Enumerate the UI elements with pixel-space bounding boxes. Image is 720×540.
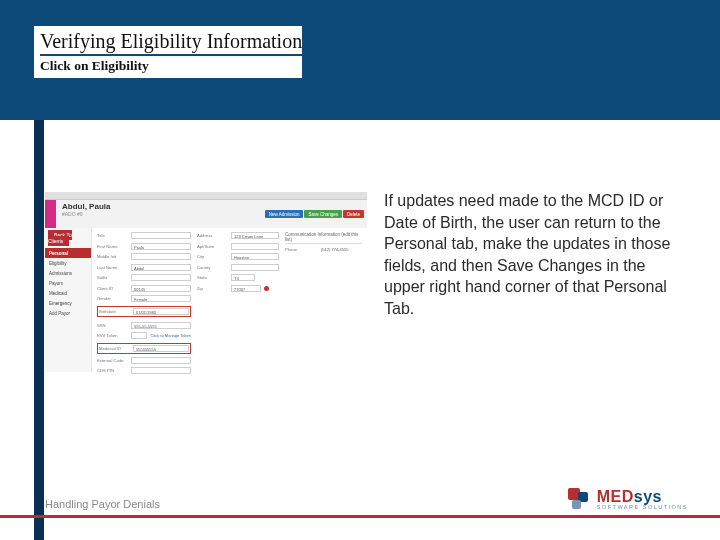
logo: MEDsys SOFTWARE SOLUTIONS [568,488,688,512]
birthdate-highlight-box: Birthdate01/01/1980 [97,306,191,317]
tab-payors[interactable]: Payors [45,278,91,288]
label-external: External Code [97,358,131,363]
footer-text: Handling Payor Denials [45,498,160,510]
label-client-id: Client ID [97,286,131,291]
form-col-1: Title First NamePaula Middle Init Last N… [97,232,191,378]
patient-subid: #ADO #0 [62,211,259,217]
field-external[interactable] [131,357,191,364]
embedded-app-screenshot: Abdul, Paula #ADO #0 New Admission Save … [45,192,367,372]
logo-mark-icon [568,488,592,512]
label-gender: Gender [97,296,131,301]
tab-add-payor[interactable]: Add Payor [45,308,91,318]
gender-color-strip [45,200,56,228]
slide-title: Verifying Eligibility Information [40,30,302,56]
map-pin-icon[interactable] [264,286,269,291]
field-medicaid[interactable]: 555555555 [133,345,189,352]
logo-main-a: MED [597,488,634,505]
medicaid-highlight-box: Medicaid ID555555555 [97,343,191,354]
field-zip[interactable]: 77007 [231,285,261,292]
label-phone: Phone [285,247,319,252]
save-changes-button[interactable]: Save Changes [304,210,342,218]
patient-name-block: Abdul, Paula #ADO #0 [56,200,265,228]
label-middle: Middle Init [97,254,131,259]
tab-eligibility[interactable]: Eligibility [45,258,91,268]
label-county: County [197,265,231,270]
back-to-clients-button[interactable]: Back To Clients [48,230,72,246]
label-state: State [197,275,231,280]
form-col-2: Address123 Crispy Lane Apt/Suite CityHou… [197,232,279,378]
label-ssn: SSN [97,323,131,328]
label-evv: EVV Token [97,333,131,338]
field-evv[interactable] [131,332,147,339]
field-first-name[interactable]: Paula [131,243,191,250]
field-phone: (512) 774-4555 [319,246,362,253]
field-cds[interactable] [131,367,191,374]
field-city[interactable]: Houston [231,253,279,260]
label-first-name: First Name [97,244,131,249]
label-medicaid: Medicaid ID [99,346,133,351]
patient-name: Abdul, Paula [62,202,259,211]
field-client-id[interactable]: 00145 [131,285,191,292]
new-admission-button[interactable]: New Admission [265,210,304,218]
label-zip: Zip [197,286,231,291]
tab-medicaid[interactable]: Medicaid [45,288,91,298]
left-column: Back To Clients Personal Eligibility Adm… [45,228,91,372]
app-body: Back To Clients Personal Eligibility Adm… [45,228,367,372]
communication-section-header: Communication Information (edit this lis… [285,232,362,244]
field-county[interactable] [231,264,279,271]
logo-main-b: sys [634,488,662,505]
field-state[interactable]: TX [231,274,255,281]
label-address: Address [197,233,231,238]
label-last-name: Last Name [97,265,131,270]
field-birthdate[interactable]: 01/01/1980 [133,308,189,315]
tab-admissions[interactable]: Admissions [45,268,91,278]
field-title[interactable] [131,232,191,239]
slide-subtitle: Click on Eligibility [40,58,302,74]
form-col-3: Communication Information (edit this lis… [285,232,362,378]
app-top-thin-bar [45,192,367,200]
field-middle[interactable] [131,253,191,260]
app-header-row: Abdul, Paula #ADO #0 New Admission Save … [45,200,367,228]
field-gender[interactable]: Female [131,295,191,302]
tab-emergency[interactable]: Emergency [45,298,91,308]
footer-divider [0,515,720,518]
field-ssn[interactable]: 555-55-5555 [131,322,191,329]
label-birthdate: Birthdate [99,309,133,314]
field-address[interactable]: 123 Crispy Lane [231,232,279,239]
header-buttons: New Admission Save Changes Delete [265,200,367,228]
back-row: Back To Clients [45,230,91,248]
field-suffix[interactable] [131,274,191,281]
label-title: Title [97,233,131,238]
delete-button[interactable]: Delete [343,210,364,218]
label-city: City [197,254,231,259]
logo-text: MEDsys SOFTWARE SOLUTIONS [597,489,688,511]
header-block: Verifying Eligibility Information Click … [34,26,302,78]
body-paragraph: If updates need made to the MCD ID or Da… [384,190,688,320]
label-cds: CDS PIN [97,368,131,373]
form-area: Title First NamePaula Middle Init Last N… [91,228,367,372]
manage-token-link[interactable]: Click to Manage Token [151,333,191,338]
tab-personal[interactable]: Personal [45,248,91,258]
label-suffix: Suffix [97,275,131,280]
slide: Verifying Eligibility Information Click … [0,0,720,540]
logo-subtext: SOFTWARE SOLUTIONS [597,505,688,511]
field-last-name[interactable]: Abdul [131,264,191,271]
side-tabs: Personal Eligibility Admissions Payors M… [45,248,91,318]
field-apt[interactable] [231,243,279,250]
label-apt: Apt/Suite [197,244,231,249]
